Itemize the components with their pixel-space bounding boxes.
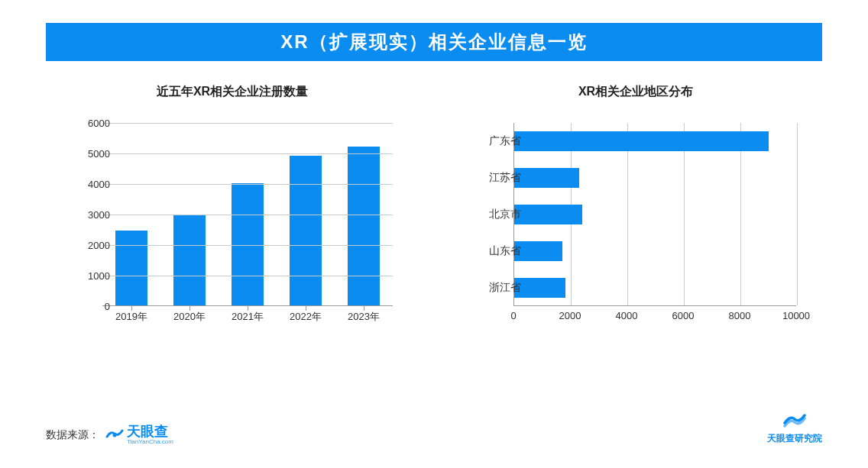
logo-text: 天眼查 — [127, 424, 173, 438]
bar — [173, 215, 206, 305]
chart-right: XR相关企业地区分布 0200040006000800010000广东省江苏省北… — [449, 84, 822, 344]
footer: 数据来源： 天眼查 TianYanCha.com 天眼查研究院 — [46, 409, 822, 445]
institute-logo: 天眼查研究院 — [767, 409, 822, 445]
page-title: XR（扩展现实）相关企业信息一览 — [280, 30, 587, 54]
y-axis-tick: 江苏省 — [489, 171, 521, 185]
bar — [115, 231, 147, 305]
y-axis-tick: 广东省 — [489, 134, 521, 148]
x-axis-tick: 0 — [510, 310, 516, 321]
tianyancha-icon — [105, 426, 124, 444]
svg-point-0 — [113, 433, 117, 437]
y-axis-tick: 2000 — [88, 240, 110, 251]
institute-icon — [783, 409, 806, 431]
bar — [514, 241, 562, 261]
chart-left: 近五年XR相关企业注册数量 01000200030004000500060002… — [46, 84, 419, 344]
tianyancha-logo: 天眼查 TianYanCha.com — [105, 424, 173, 445]
chart-left-title: 近五年XR相关企业注册数量 — [157, 84, 308, 100]
page-title-bar: XR（扩展现实）相关企业信息一览 — [46, 23, 822, 61]
horizontal-bar-chart: 0200040006000800010000广东省江苏省北京市山东省浙江省 — [460, 115, 811, 344]
y-axis-tick: 1000 — [88, 270, 110, 282]
vertical-bar-chart: 01000200030004000500060002019年2020年2021年… — [57, 115, 408, 344]
y-axis-tick: 5000 — [88, 148, 110, 160]
x-axis-tick: 4000 — [616, 310, 638, 321]
y-axis-tick: 浙江省 — [489, 281, 521, 295]
x-axis-tick: 2019年 — [102, 310, 160, 324]
bar — [514, 168, 579, 188]
x-axis-tick: 10000 — [782, 310, 810, 321]
y-axis-tick: 4000 — [88, 179, 110, 190]
x-axis-tick: 8000 — [729, 310, 751, 321]
x-axis-tick: 2020年 — [160, 310, 219, 324]
bar — [514, 131, 769, 151]
y-axis-tick: 3000 — [88, 209, 110, 221]
y-axis-tick: 北京市 — [489, 208, 521, 221]
y-axis-tick: 6000 — [88, 118, 110, 129]
charts-container: 近五年XR相关企业注册数量 01000200030004000500060002… — [46, 84, 822, 344]
chart-right-title: XR相关企业地区分布 — [578, 84, 693, 100]
x-axis-tick: 2022年 — [277, 310, 335, 324]
bar — [348, 147, 380, 305]
bar — [514, 278, 565, 298]
x-axis-tick: 2000 — [559, 310, 581, 321]
bar — [514, 205, 582, 224]
bar — [290, 156, 322, 305]
x-axis-tick: 2021年 — [219, 310, 277, 324]
source-label: 数据来源： — [46, 428, 99, 442]
logo-subtext: TianYanCha.com — [127, 438, 173, 445]
bar — [232, 183, 264, 305]
x-axis-tick: 6000 — [672, 310, 695, 321]
institute-text: 天眼查研究院 — [767, 432, 822, 445]
source-row: 数据来源： 天眼查 TianYanCha.com — [46, 424, 173, 445]
x-axis-tick: 2023年 — [335, 310, 393, 324]
y-axis-tick: 山东省 — [489, 244, 521, 258]
